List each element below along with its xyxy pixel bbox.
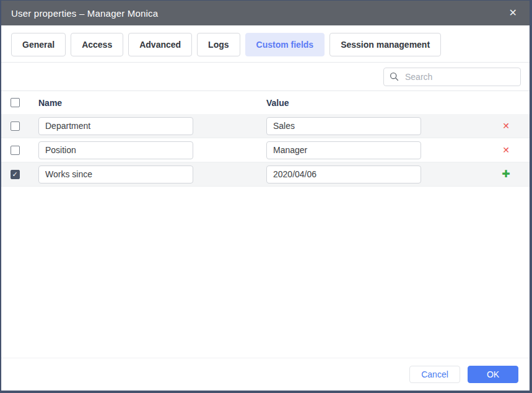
tab-logs[interactable]: Logs xyxy=(197,33,240,56)
tab-general[interactable]: General xyxy=(11,33,66,56)
row-name-input[interactable] xyxy=(38,166,193,183)
search-box[interactable] xyxy=(383,68,521,86)
ok-button[interactable]: OK xyxy=(468,366,518,383)
select-all-checkbox[interactable]: ✓ xyxy=(11,98,20,107)
tab-session-management[interactable]: Session management xyxy=(329,33,441,56)
user-properties-dialog: User properties – Manager Monica ✕ Gener… xyxy=(0,0,532,393)
table-header-row: ✓ Name Value xyxy=(1,91,530,114)
delete-row-icon[interactable]: ✕ xyxy=(502,146,510,154)
cancel-button[interactable]: Cancel xyxy=(409,366,460,383)
row-name-input[interactable] xyxy=(38,117,193,135)
tab-custom-fields[interactable]: Custom fields xyxy=(245,33,325,56)
title-bar: User properties – Manager Monica ✕ xyxy=(1,1,530,25)
search-input[interactable] xyxy=(404,71,515,82)
column-header-name: Name xyxy=(28,98,256,108)
tab-advanced[interactable]: Advanced xyxy=(128,33,192,56)
check-icon: ✓ xyxy=(12,171,17,178)
table-row: ✓ ✕ xyxy=(1,114,530,138)
delete-row-icon[interactable]: ✕ xyxy=(502,121,510,130)
table-body: ✓ ✕ ✓ ✕ ✓ ✚ xyxy=(1,114,530,187)
row-checkbox[interactable]: ✓ xyxy=(11,170,20,179)
close-icon[interactable]: ✕ xyxy=(507,7,520,19)
search-row xyxy=(1,63,530,91)
search-icon xyxy=(390,72,399,81)
row-value-input[interactable] xyxy=(266,117,421,135)
table-row: ✓ ✚ xyxy=(1,162,530,187)
row-checkbox[interactable]: ✓ xyxy=(11,146,20,155)
dialog-title: User properties – Manager Monica xyxy=(11,8,158,19)
row-name-input[interactable] xyxy=(38,141,193,159)
row-value-input[interactable] xyxy=(266,166,421,183)
row-value-input[interactable] xyxy=(266,141,421,159)
column-header-value: Value xyxy=(256,98,482,108)
tab-bar: GeneralAccessAdvancedLogsCustom fieldsSe… xyxy=(1,25,530,62)
tab-access[interactable]: Access xyxy=(71,33,123,56)
footer: Cancel OK xyxy=(1,358,530,391)
row-checkbox[interactable]: ✓ xyxy=(11,121,20,131)
table-row: ✓ ✕ xyxy=(1,138,530,162)
content-spacer xyxy=(1,187,530,358)
add-row-icon[interactable]: ✚ xyxy=(502,169,510,179)
